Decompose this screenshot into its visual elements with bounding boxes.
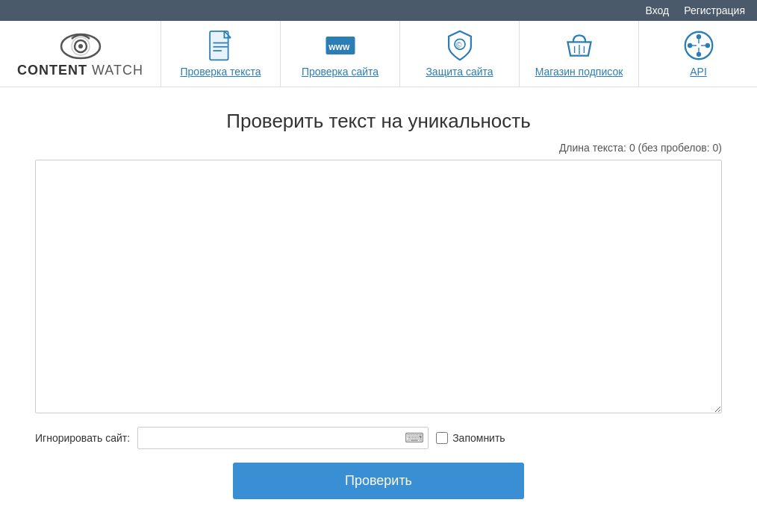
- svg-point-16: [687, 43, 691, 48]
- ignore-input-wrap: ⌨: [137, 427, 429, 449]
- svg-rect-4: [210, 31, 228, 60]
- nav-check-site[interactable]: www Проверка сайта: [280, 21, 399, 87]
- nav-check-site-label: Проверка сайта: [302, 66, 378, 78]
- ignore-site-label: Игнорировать сайт:: [35, 432, 130, 444]
- register-link[interactable]: Регистрация: [684, 4, 745, 16]
- text-length-info: Длина текста: 0 (без пробелов: 0): [35, 142, 722, 154]
- svg-point-19: [696, 52, 700, 57]
- nav-protect-site-label: Защита сайта: [426, 66, 493, 78]
- svg-point-17: [705, 43, 709, 48]
- remember-label: Запомнить: [452, 432, 505, 444]
- login-link[interactable]: Вход: [646, 4, 670, 16]
- nav-api-label: API: [690, 66, 707, 78]
- www-icon: www: [325, 30, 356, 61]
- logo-eye-icon: [58, 30, 103, 60]
- svg-text:©: ©: [455, 40, 461, 49]
- nav-protect-site[interactable]: © Защита сайта: [399, 21, 519, 87]
- options-row: Игнорировать сайт: ⌨ Запомнить: [35, 427, 722, 449]
- header: CONTENT WATCH Проверка текста www Провер…: [0, 21, 757, 87]
- remember-checkbox[interactable]: [436, 432, 448, 444]
- page-title: Проверить текст на уникальность: [35, 110, 722, 133]
- check-button[interactable]: Проверить: [233, 463, 524, 499]
- ignore-site-input[interactable]: [137, 427, 429, 449]
- nav-shop-label: Магазин подписок: [535, 66, 623, 78]
- nav-check-text-label: Проверка текста: [181, 66, 261, 78]
- svg-point-18: [696, 34, 700, 39]
- document-icon: [205, 30, 237, 61]
- basket-icon: [564, 30, 595, 61]
- nav-check-text[interactable]: Проверка текста: [161, 21, 280, 87]
- logo-link[interactable]: CONTENT WATCH: [0, 21, 161, 87]
- svg-point-2: [78, 44, 83, 48]
- text-input[interactable]: [35, 160, 722, 413]
- svg-text:www: www: [328, 42, 350, 52]
- shield-icon: ©: [444, 30, 476, 61]
- main-content: Проверить текст на уникальность Длина те…: [20, 87, 737, 529]
- api-icon: [683, 30, 714, 61]
- key-icon: ⌨: [405, 430, 424, 446]
- auth-bar: Вход Регистрация: [0, 0, 757, 21]
- nav-shop[interactable]: Магазин подписок: [519, 21, 638, 87]
- nav-api[interactable]: API: [638, 21, 757, 87]
- logo-text: CONTENT WATCH: [17, 63, 143, 78]
- remember-wrap: Запомнить: [436, 432, 505, 444]
